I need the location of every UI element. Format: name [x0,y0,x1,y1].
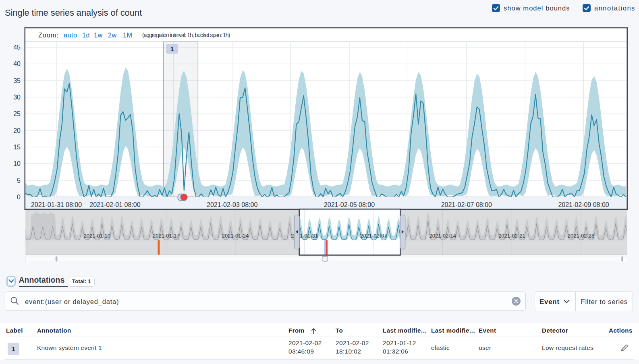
svg-text:5: 5 [17,177,21,184]
svg-text:2021-02-28: 2021-02-28 [568,233,595,239]
svg-text:2021-01-31 08:00: 2021-01-31 08:00 [31,201,82,208]
svg-text:1d: 1d [82,32,90,39]
svg-text:auto: auto [64,32,77,39]
svg-text:2w: 2w [108,32,117,39]
svg-text:2021-02-07: 2021-02-07 [360,233,387,239]
svg-text:0: 0 [17,194,21,201]
svg-text:2021-02-01 08:00: 2021-02-01 08:00 [89,201,140,208]
svg-text:2021-01-10: 2021-01-10 [83,233,110,239]
svg-text:45: 45 [13,44,21,51]
svg-text:30: 30 [13,94,21,101]
svg-text:2021-02-05 08:00: 2021-02-05 08:00 [324,201,375,208]
svg-text:2021-02-07 08:00: 2021-02-07 08:00 [441,201,492,208]
svg-text:1: 1 [170,46,174,52]
svg-text:40: 40 [13,60,21,67]
svg-text:(aggregation interval: 1h, buc: (aggregation interval: 1h, bucket span: … [142,32,230,38]
svg-text:25: 25 [13,110,21,117]
svg-text:2021-01-24: 2021-01-24 [222,233,249,239]
svg-text:2021-02-09 08:00: 2021-02-09 08:00 [558,201,609,208]
svg-text:2021-02-14: 2021-02-14 [429,233,456,239]
svg-text:10: 10 [13,160,21,167]
svg-text:15: 15 [13,144,21,151]
svg-text:2021-02-03 08:00: 2021-02-03 08:00 [207,201,257,208]
svg-text:2021-01-17: 2021-01-17 [153,233,180,239]
svg-text:1w: 1w [94,32,103,39]
svg-text:Zoom:: Zoom: [38,32,59,39]
svg-text:35: 35 [13,77,21,84]
svg-text:1M: 1M [123,32,132,39]
svg-text:20: 20 [13,127,21,134]
svg-text:2021-02-21: 2021-02-21 [498,233,525,239]
